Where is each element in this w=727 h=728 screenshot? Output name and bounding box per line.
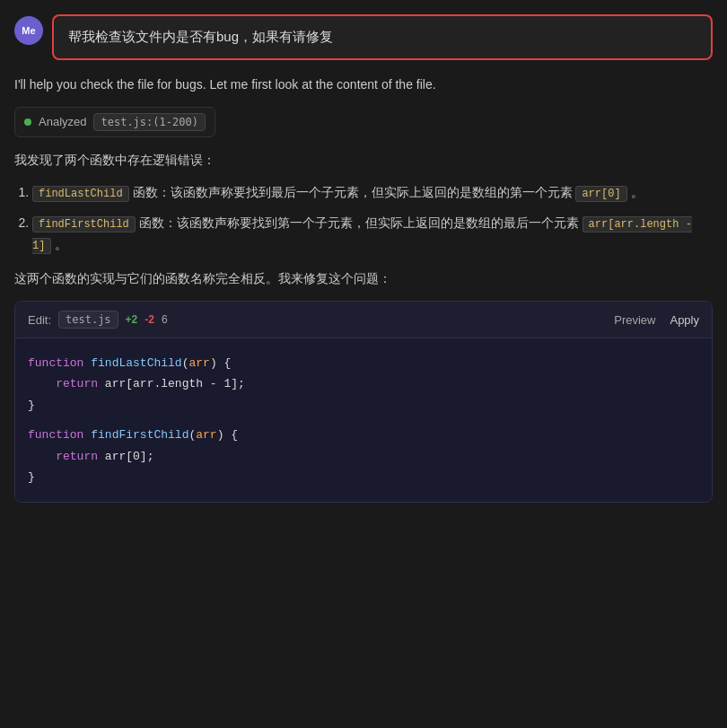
- bug-desc-1: 函数：该函数声称要找到最后一个子元素，但实际上返回的是数组的第一个元素: [133, 185, 573, 199]
- code-line-1: function findLastChild(arr) {: [28, 353, 699, 373]
- diff-remove: -2: [145, 313, 154, 326]
- preview-button[interactable]: Preview: [614, 313, 655, 327]
- diff-add: +2: [126, 313, 138, 326]
- edit-header: Edit: test.js +2 -2 6 Preview Apply: [15, 302, 712, 338]
- analyzed-label: Analyzed: [39, 115, 86, 128]
- analyzed-file-badge: test.js:(1-200): [93, 113, 205, 131]
- user-message-row: Me 帮我检查该文件内是否有bug，如果有请修复: [14, 14, 713, 60]
- edit-block: Edit: test.js +2 -2 6 Preview Apply func…: [14, 301, 713, 503]
- fn-name-2: findFirstChild: [32, 216, 136, 232]
- code-line-4: function findFirstChild(arr) {: [28, 425, 699, 445]
- code-line-2: return arr[arr.length - 1];: [28, 373, 699, 394]
- finding-intro: 我发现了两个函数中存在逻辑错误：: [14, 150, 713, 170]
- bug-suffix-1: 。: [631, 185, 644, 199]
- analyzed-row: Analyzed test.js:(1-200): [14, 107, 215, 137]
- code-line-5: return arr[0];: [28, 446, 699, 467]
- edit-header-left: Edit: test.js +2 -2 6: [28, 311, 168, 329]
- list-item: findFirstChild 函数：该函数声称要找到第一个子元素，但实际上返回的…: [32, 213, 713, 256]
- list-item: findLastChild 函数：该函数声称要找到最后一个子元素，但实际上返回的…: [32, 182, 713, 204]
- apply-button[interactable]: Apply: [670, 313, 699, 327]
- bug-list: findLastChild 函数：该函数声称要找到最后一个子元素，但实际上返回的…: [32, 182, 713, 255]
- edit-header-right: Preview Apply: [614, 313, 699, 327]
- fn-name-1: findLastChild: [32, 186, 129, 202]
- edit-filename: test.js: [58, 311, 118, 329]
- code-line-6: }: [28, 467, 699, 487]
- code-block: function findLastChild(arr) { return arr…: [15, 338, 712, 502]
- chat-container: Me 帮我检查该文件内是否有bug，如果有请修复 I'll help you c…: [0, 0, 727, 517]
- bug-desc-2: 函数：该函数声称要找到第一个子元素，但实际上返回的是数组的最后一个元素: [139, 215, 579, 230]
- diff-count: 6: [162, 313, 168, 326]
- green-dot-icon: [24, 118, 31, 126]
- user-message-bubble: 帮我检查该文件内是否有bug，如果有请修复: [52, 14, 713, 60]
- avatar: Me: [14, 16, 43, 45]
- edit-label: Edit:: [28, 313, 51, 327]
- bug-suffix-2: 。: [55, 237, 67, 251]
- code-empty-1: [28, 416, 699, 425]
- code-ref-1: arr[0]: [575, 186, 626, 202]
- fix-intro: 这两个函数的实现与它们的函数名称完全相反。我来修复这个问题：: [14, 268, 713, 288]
- assistant-intro: I'll help you check the file for bugs. L…: [14, 75, 713, 94]
- code-line-3: }: [28, 395, 699, 416]
